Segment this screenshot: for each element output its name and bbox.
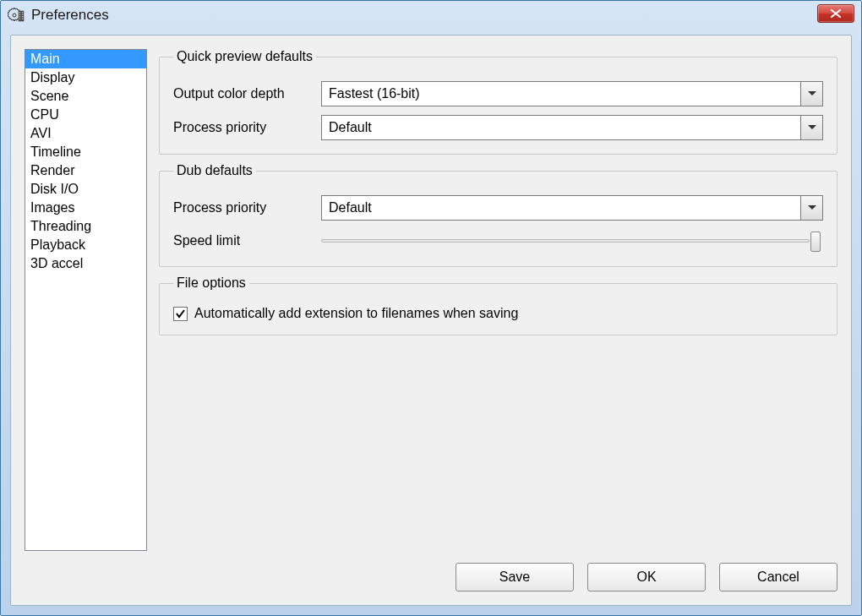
label-output-color-depth: Output color depth	[173, 86, 321, 101]
preferences-window: Preferences MainDisplaySceneCPUAVITimeli…	[0, 0, 862, 616]
group-file-options: File options Automatically add extension…	[159, 275, 837, 335]
cancel-button[interactable]: Cancel	[719, 563, 837, 591]
gear-film-icon	[8, 6, 26, 25]
titlebar[interactable]: Preferences	[1, 1, 861, 30]
combo-value: Default	[322, 120, 800, 135]
combo-value: Fastest (16-bit)	[322, 86, 800, 101]
checkbox-auto-extension[interactable]	[173, 307, 188, 321]
check-icon	[175, 308, 186, 319]
chevron-down-icon	[800, 82, 822, 106]
svg-rect-5	[19, 19, 20, 19]
label-process-priority-qp: Process priority	[173, 120, 321, 135]
close-button[interactable]	[817, 4, 854, 23]
combo-value: Default	[322, 200, 800, 215]
sidebar-item-avi[interactable]: AVI	[25, 124, 146, 143]
close-icon	[829, 8, 843, 19]
slider-speed-limit[interactable]	[321, 229, 823, 253]
svg-rect-6	[22, 12, 23, 13]
slider-track	[321, 239, 810, 243]
group-legend: Dub defaults	[173, 163, 256, 178]
sidebar-item-scene[interactable]: Scene	[25, 87, 146, 106]
svg-rect-2	[19, 12, 20, 13]
window-title: Preferences	[31, 7, 109, 24]
group-legend: File options	[173, 275, 249, 291]
label-process-priority-dub: Process priority	[173, 200, 321, 215]
slider-thumb[interactable]	[810, 232, 821, 252]
label-speed-limit: Speed limit	[173, 233, 321, 248]
sidebar-item-threading[interactable]: Threading	[25, 217, 146, 236]
chevron-down-icon	[800, 196, 822, 220]
svg-rect-9	[22, 19, 23, 19]
sidebar-item-playback[interactable]: Playback	[25, 236, 146, 254]
sidebar-item-3d-accel[interactable]: 3D accel	[25, 254, 146, 273]
sidebar-item-cpu[interactable]: CPU	[25, 106, 146, 124]
combo-process-priority-qp[interactable]: Default	[321, 115, 823, 140]
svg-rect-8	[22, 16, 23, 17]
ok-button[interactable]: OK	[587, 563, 706, 591]
sidebar-item-images[interactable]: Images	[25, 199, 146, 217]
sidebar-item-disk-i-o[interactable]: Disk I/O	[25, 180, 146, 199]
chevron-down-icon	[800, 116, 822, 139]
svg-rect-7	[22, 14, 23, 15]
category-list[interactable]: MainDisplaySceneCPUAVITimelineRenderDisk…	[25, 49, 147, 551]
save-button[interactable]: Save	[456, 563, 574, 591]
group-dub-defaults: Dub defaults Process priority Default Sp…	[159, 163, 837, 267]
button-row: Save OK Cancel	[25, 563, 837, 591]
sidebar-item-timeline[interactable]: Timeline	[25, 143, 146, 161]
sidebar-item-display[interactable]: Display	[25, 68, 146, 87]
svg-point-0	[13, 14, 16, 17]
group-quick-preview: Quick preview defaults Output color dept…	[159, 49, 837, 155]
sidebar-item-main[interactable]: Main	[25, 50, 146, 68]
svg-rect-4	[19, 16, 20, 17]
svg-rect-3	[19, 14, 20, 15]
client-area: MainDisplaySceneCPUAVITimelineRenderDisk…	[10, 35, 852, 606]
sidebar-item-render[interactable]: Render	[25, 161, 146, 180]
combo-output-color-depth[interactable]: Fastest (16-bit)	[321, 81, 823, 106]
group-legend: Quick preview defaults	[173, 49, 316, 64]
combo-process-priority-dub[interactable]: Default	[321, 195, 823, 221]
checkbox-label: Automatically add extension to filenames…	[194, 306, 518, 321]
content-panel: Quick preview defaults Output color dept…	[159, 49, 837, 551]
